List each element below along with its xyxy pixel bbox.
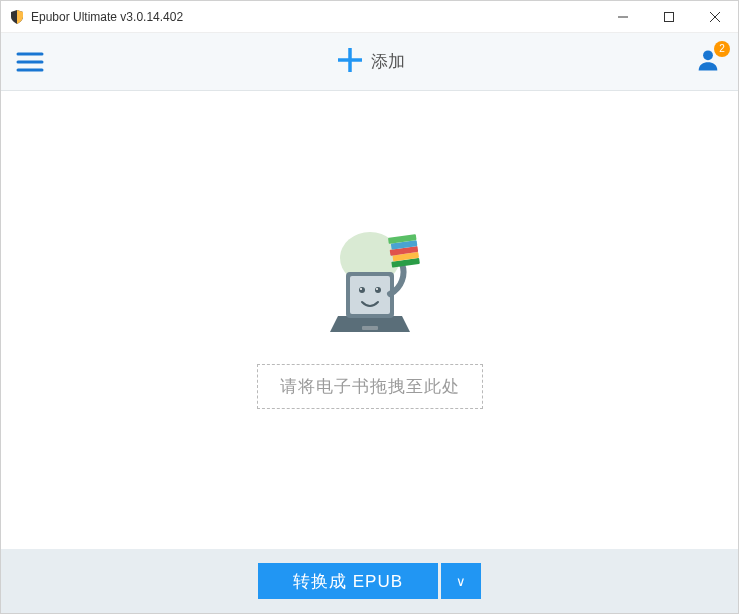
svg-point-9 (703, 50, 713, 60)
menu-button[interactable] (1, 33, 59, 91)
svg-point-15 (375, 287, 381, 293)
add-label: 添加 (371, 50, 405, 73)
add-button[interactable]: 添加 (335, 45, 405, 79)
svg-rect-11 (362, 326, 378, 330)
drop-area[interactable]: 请将电子书拖拽至此处 (1, 91, 738, 549)
svg-point-14 (359, 287, 365, 293)
maximize-button[interactable] (646, 1, 692, 33)
window-controls (600, 1, 738, 33)
window-title: Epubor Ultimate v3.0.14.402 (31, 10, 600, 24)
convert-button[interactable]: 转换成 EPUB (258, 563, 438, 599)
bottom-bar: 转换成 EPUB ∨ (1, 549, 738, 613)
drop-hint-label: 请将电子书拖拽至此处 (257, 364, 483, 409)
svg-rect-1 (665, 12, 674, 21)
close-button[interactable] (692, 1, 738, 33)
notification-badge: 2 (714, 41, 730, 57)
top-toolbar: 添加 2 (1, 33, 738, 91)
svg-point-16 (360, 288, 362, 290)
books-laptop-illustration (310, 232, 430, 352)
user-button[interactable]: 2 (694, 33, 738, 91)
minimize-button[interactable] (600, 1, 646, 33)
hamburger-icon (16, 51, 44, 73)
app-icon (9, 9, 25, 25)
chevron-down-icon: ∨ (456, 574, 466, 589)
svg-rect-13 (350, 276, 390, 314)
titlebar: Epubor Ultimate v3.0.14.402 (1, 1, 738, 33)
convert-format-dropdown[interactable]: ∨ (441, 563, 481, 599)
plus-icon (335, 45, 365, 79)
svg-point-17 (376, 288, 378, 290)
